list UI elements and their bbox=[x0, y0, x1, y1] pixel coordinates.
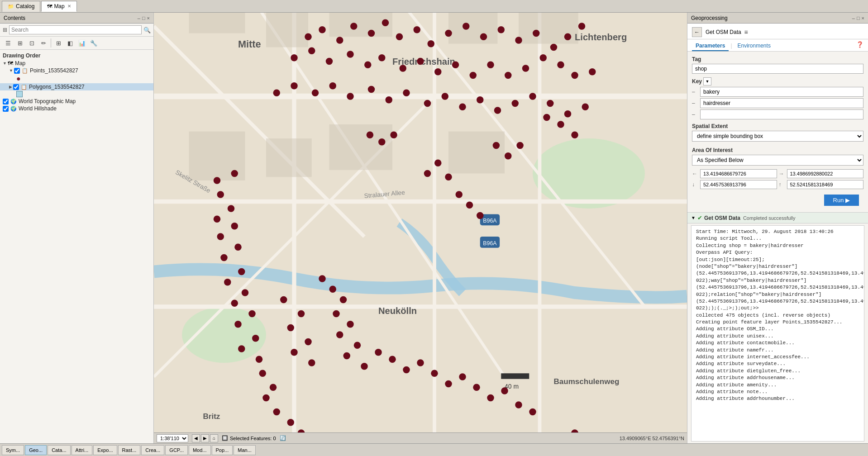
tab-map[interactable]: 🗺 Map ✕ bbox=[41, 1, 76, 12]
geoprocessing-window-controls[interactable]: – □ × bbox=[852, 15, 864, 21]
key-row-2: – bbox=[692, 98, 863, 108]
gp-help-icon[interactable]: ❓ bbox=[856, 41, 863, 51]
gp-menu-button[interactable]: ≡ bbox=[741, 27, 751, 37]
chart-tool-button[interactable]: 📊 bbox=[76, 38, 87, 48]
layer-item-world-hillshade[interactable]: 🌍 World Hillshade bbox=[0, 105, 153, 112]
gp-close-icon[interactable]: × bbox=[862, 15, 864, 21]
run-button[interactable]: Run ▶ bbox=[824, 195, 859, 206]
svg-point-50 bbox=[515, 37, 522, 44]
gp-pin-icon[interactable]: – bbox=[852, 15, 855, 21]
svg-point-83 bbox=[459, 104, 466, 111]
key-row-3: – bbox=[692, 109, 863, 119]
gp-expand-icon[interactable]: □ bbox=[857, 15, 860, 21]
svg-point-88 bbox=[547, 100, 554, 107]
key-param: Key ▼ – – – bbox=[692, 77, 863, 119]
layer-item-map[interactable]: ▼ 🗺 Map bbox=[0, 60, 153, 67]
svg-point-54 bbox=[578, 23, 586, 30]
svg-point-138 bbox=[487, 394, 494, 402]
wrench-tool-button[interactable]: 🔧 bbox=[88, 38, 99, 48]
layer-tool-button[interactable]: ◧ bbox=[65, 38, 76, 48]
layer-item-polygons[interactable]: ▶ 📋 Polygons_1535542827 bbox=[0, 83, 153, 90]
taskbar-man-button[interactable]: Man... bbox=[234, 445, 256, 455]
search-icon[interactable]: 🔍 bbox=[143, 27, 151, 33]
map-coordinates: 13.4909065°E 52.4756391°N bbox=[620, 436, 684, 441]
svg-point-137 bbox=[473, 384, 480, 391]
spatial-extent-param: Spatial Extent define simple bounding bo… bbox=[692, 123, 863, 143]
svg-point-57 bbox=[326, 58, 333, 65]
nav-forward-button[interactable]: ▶ bbox=[201, 434, 209, 442]
svg-point-159 bbox=[516, 142, 524, 149]
coord-y2-input[interactable] bbox=[787, 180, 864, 189]
stack-tool-button[interactable]: ⊞ bbox=[14, 38, 25, 48]
taskbar-mod-button[interactable]: Mod... bbox=[189, 445, 211, 455]
scale-selector[interactable]: 1:38'110 bbox=[157, 434, 188, 442]
close-icon[interactable]: × bbox=[147, 15, 150, 21]
svg-point-101 bbox=[224, 279, 231, 286]
key-input-3[interactable] bbox=[700, 109, 863, 119]
key-row-1: – bbox=[692, 87, 863, 97]
svg-point-127 bbox=[354, 342, 361, 349]
key-input-2[interactable] bbox=[700, 98, 863, 108]
layer-item-points[interactable]: ▼ 📋 Points_1535542827 bbox=[0, 67, 153, 74]
taskbar-expo-button[interactable]: Expo... bbox=[93, 445, 117, 455]
contents-window-controls[interactable]: – □ × bbox=[138, 15, 150, 21]
nav-back-button[interactable]: ◀ bbox=[192, 434, 200, 442]
taskbar-gcp-button[interactable]: GCP... bbox=[165, 445, 188, 455]
drawing-order-header: Drawing Order bbox=[0, 52, 153, 60]
svg-point-105 bbox=[234, 321, 242, 328]
tab-catalog[interactable]: 📁 Catalog bbox=[2, 1, 40, 12]
svg-point-69 bbox=[540, 54, 547, 62]
svg-point-121 bbox=[319, 275, 326, 282]
results-log: Start Time: Mittwoch, 29. August 2018 13… bbox=[691, 225, 864, 442]
svg-point-45 bbox=[428, 40, 435, 48]
tag-param: Tag bbox=[692, 56, 863, 77]
nav-home-button[interactable]: ⌂ bbox=[210, 434, 218, 442]
taskbar-sym-button[interactable]: Sym... bbox=[2, 445, 24, 455]
key-input-1[interactable] bbox=[700, 87, 863, 97]
coord-y1-input[interactable] bbox=[700, 180, 777, 189]
taskbar-attri-button[interactable]: Attri... bbox=[72, 445, 93, 455]
spatial-extent-select[interactable]: define simple bounding box bbox=[692, 131, 863, 142]
taskbar-crea-button[interactable]: Crea... bbox=[141, 445, 164, 455]
pin-icon[interactable]: – bbox=[138, 15, 140, 21]
tab-environments[interactable]: Environments bbox=[734, 41, 774, 51]
expand-icon[interactable]: □ bbox=[142, 15, 145, 21]
search-input[interactable] bbox=[9, 25, 142, 34]
taskbar-geo-button[interactable]: Geo... bbox=[25, 445, 47, 455]
world-topo-checkbox[interactable] bbox=[3, 99, 9, 104]
coord-x2-input[interactable] bbox=[787, 169, 864, 178]
aoi-select[interactable]: As Specified Below bbox=[692, 155, 863, 166]
svg-point-91 bbox=[214, 177, 221, 184]
svg-rect-21 bbox=[448, 132, 505, 174]
map-expand-arrow: ▼ bbox=[3, 61, 7, 66]
svg-point-95 bbox=[214, 216, 221, 223]
taskbar-cata-button[interactable]: Cata... bbox=[48, 445, 70, 455]
aoi-label: Area Of Interest bbox=[692, 147, 863, 153]
tab-map-close[interactable]: ✕ bbox=[67, 4, 71, 9]
map-svg[interactable]: Mitte Lichtenberg Friedrichshain Neuköll… bbox=[154, 13, 687, 432]
key-dropdown-button[interactable]: ▼ bbox=[703, 77, 711, 86]
coord-x1-input[interactable] bbox=[700, 169, 777, 178]
svg-point-56 bbox=[308, 48, 315, 55]
taskbar-pop-button[interactable]: Pop... bbox=[212, 445, 233, 455]
grid-tool-button[interactable]: ⊞ bbox=[53, 38, 64, 48]
edit-tool-button[interactable]: ✏ bbox=[38, 38, 49, 48]
results-toggle[interactable]: ▼ bbox=[691, 215, 696, 220]
layer-item-world-topo[interactable]: 🌍 World Topographic Map bbox=[0, 98, 153, 105]
world-hillshade-checkbox[interactable] bbox=[3, 106, 9, 112]
tab-parameters[interactable]: Parameters bbox=[692, 41, 729, 51]
coord-row-top: ↑ bbox=[779, 180, 864, 189]
svg-rect-16 bbox=[448, 13, 498, 44]
coord-left-arrow: ← bbox=[692, 171, 698, 177]
tag-input[interactable] bbox=[692, 64, 863, 74]
taskbar-rast-button[interactable]: Rast... bbox=[118, 445, 141, 455]
gp-back-button[interactable]: ← bbox=[692, 27, 702, 37]
list-tool-button[interactable]: ☰ bbox=[3, 38, 14, 48]
svg-point-136 bbox=[459, 373, 466, 380]
polygons-layer-label: Polygons_1535542827 bbox=[29, 84, 85, 90]
sync-icon[interactable]: 🔄 bbox=[280, 435, 286, 441]
polygons-layer-checkbox[interactable] bbox=[13, 84, 19, 90]
map-container[interactable]: Mitte Lichtenberg Friedrichshain Neuköll… bbox=[154, 13, 687, 443]
points-layer-checkbox[interactable] bbox=[14, 68, 20, 74]
filter-tool-button[interactable]: ⊡ bbox=[26, 38, 37, 48]
